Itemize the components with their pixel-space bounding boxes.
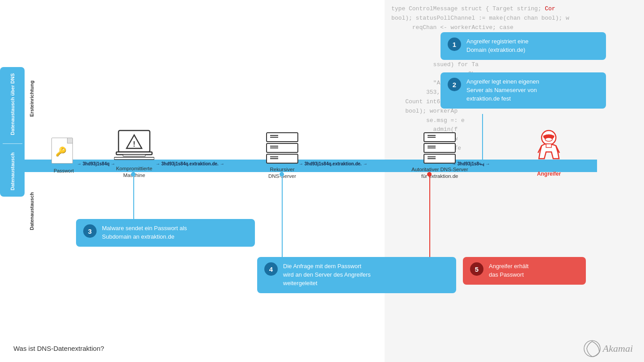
connector-line-2 — [482, 114, 483, 161]
akamai-logo: Akamai — [583, 340, 633, 358]
server-icon-1 — [265, 132, 300, 164]
callout-4: 4 Die Anfrage mit dem Passwortwird an de… — [257, 257, 456, 293]
left-sidebar-bar: Datenaustausch über DNS Datenaustausch — [0, 67, 25, 197]
akamai-logo-icon — [583, 340, 601, 358]
main-content: Datenaustausch über DNS Datenaustausch E… — [0, 0, 644, 362]
autoritativer-dns-node: Autoritativer DNS-Serverfür extraktion.d… — [411, 132, 468, 180]
kompromittierte-maschine-node: ! KompromittierteMaschine — [114, 130, 154, 179]
connector-dot-4 — [280, 172, 284, 177]
callout-number-5: 5 — [470, 262, 483, 276]
top-label: Datenaustausch über DNS — [10, 70, 15, 139]
connector-line-4 — [282, 172, 283, 258]
connector-dot-2 — [480, 160, 484, 164]
svg-rect-5 — [114, 157, 154, 160]
arrow-label-1: → 3hd93j1s84q → — [77, 161, 115, 166]
ersteinrichtung-label: Ersteinrichtung — [29, 80, 34, 117]
akamai-text: Akamai — [603, 343, 633, 354]
callout-number-3: 3 — [83, 224, 97, 238]
svg-rect-3 — [116, 152, 152, 155]
server-icon-2 — [422, 132, 457, 164]
connector-dot-3 — [131, 172, 136, 177]
arrow-label-2: → 3hd93j1s84q.extraktion.de. → — [156, 161, 224, 166]
callout-1: 1 Angreifer registriert eineDomain (extr… — [441, 32, 606, 60]
laptop-icon: ! — [114, 130, 154, 163]
attacker-icon — [534, 130, 564, 170]
callout-text-2: Angreifer legt einen eigenenServer als N… — [466, 78, 539, 103]
callout-number-2: 2 — [448, 78, 461, 91]
angreifer-label: Angreifer — [537, 171, 561, 177]
callout-text-3: Malware sendet ein Passwort alsSubdomain… — [102, 224, 187, 241]
callout-text-5: Angreifer erhältdas Passwort — [489, 262, 529, 279]
page-title: Was ist DNS-Datenextraktion? — [13, 345, 104, 352]
callout-number-4: 4 — [264, 262, 278, 276]
callout-text-1: Angreifer registriert eineDomain (extrak… — [466, 38, 529, 55]
svg-rect-26 — [546, 144, 551, 147]
callout-3: 3 Malware sendet ein Passwort alsSubdoma… — [76, 219, 255, 247]
callout-number-1: 1 — [448, 38, 461, 51]
callout-5: 5 Angreifer erhältdas Passwort — [463, 257, 586, 285]
callout-2: 2 Angreifer legt einen eigenenServer als… — [441, 72, 606, 109]
callout-text-4: Die Anfrage mit dem Passwortwird an den … — [283, 262, 371, 288]
svg-point-25 — [545, 138, 552, 141]
svg-text:!: ! — [133, 140, 135, 148]
bar-divider — [3, 143, 22, 144]
connector-line-3 — [133, 172, 134, 220]
arrow-label-3: → 3hd93j1s84q.extraktion.de. → — [299, 161, 367, 166]
autoritativer-label: Autoritativer DNS-Serverfür extraktion.d… — [411, 166, 468, 180]
svg-rect-4 — [123, 155, 145, 156]
passwort-document: 🔑 Passwort — [51, 138, 76, 173]
bottom-label: Datenaustausch — [10, 149, 15, 194]
connector-line-5 — [429, 172, 430, 258]
angreifer-node: Angreifer — [534, 130, 564, 177]
connector-dot-5 — [427, 172, 432, 177]
passwort-label: Passwort — [51, 168, 76, 173]
datenaustausch-label: Datenaustausch — [29, 192, 34, 230]
